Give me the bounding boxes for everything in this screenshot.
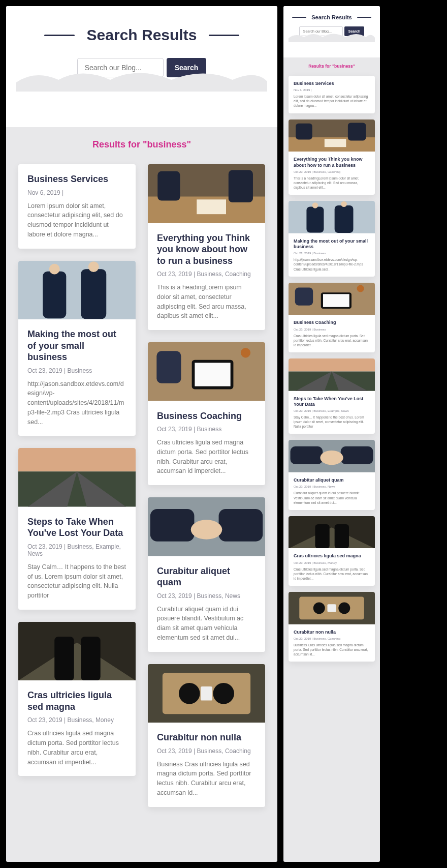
post-title[interactable]: Curabitur aliquet quam <box>157 565 256 588</box>
post-title[interactable]: Cras ultricies ligula sed magna <box>27 690 126 712</box>
post-excerpt: Curabitur aliquet quam id dui posuere bl… <box>157 605 256 643</box>
post-thumbnail[interactable] <box>289 201 375 233</box>
svg-rect-0 <box>18 261 136 320</box>
result-card[interactable]: Everything you Think you know about how … <box>289 119 375 195</box>
result-card[interactable]: Cras ultricies ligula sed magnaOct 23, 2… <box>289 516 375 586</box>
post-thumbnail[interactable] <box>289 358 375 391</box>
results-column: Everything you Think you know about how … <box>148 164 265 807</box>
post-title[interactable]: Everything you Think you know about how … <box>157 232 256 267</box>
post-categories[interactable]: Business, Money <box>68 716 114 724</box>
result-card[interactable]: Curabitur non nullaOct 23, 2019 | Busine… <box>289 592 375 662</box>
result-card[interactable]: Business ServicesNov 6, 2019 | Lorem ips… <box>289 76 375 113</box>
result-card[interactable]: Business CoachingOct 23, 2019 | Business… <box>289 283 375 352</box>
post-title[interactable]: Business Coaching <box>157 410 256 422</box>
post-thumbnail[interactable] <box>18 622 136 681</box>
svg-rect-1 <box>43 271 66 318</box>
post-title[interactable]: Curabitur non nulla <box>294 630 370 635</box>
svg-point-4 <box>88 261 99 272</box>
post-categories[interactable]: Business <box>313 252 326 255</box>
post-meta: Oct 23, 2019 | Business, Coaching <box>294 170 370 173</box>
result-card[interactable]: Cras ultricies ligula sed magnaOct 23, 2… <box>18 622 136 776</box>
post-excerpt: Stay Calm… It happens to the best of us.… <box>294 415 370 429</box>
result-card[interactable]: Business CoachingOct 23, 2019 | Business… <box>148 342 265 485</box>
svg-point-62 <box>338 602 350 614</box>
post-categories[interactable]: Business, Coaching <box>197 747 251 755</box>
post-thumbnail[interactable] <box>289 516 375 549</box>
post-title[interactable]: Making the most out of your small busine… <box>294 238 370 250</box>
post-thumbnail[interactable] <box>289 283 375 315</box>
post-categories[interactable]: Business, Coaching <box>313 170 340 173</box>
result-card[interactable]: Making the most out of your small busine… <box>18 261 136 436</box>
post-title[interactable]: Steps to Take When You've Lost Your Data <box>27 516 126 539</box>
svg-rect-20 <box>195 363 230 386</box>
svg-rect-25 <box>219 509 263 542</box>
post-excerpt: http://jason.sandbox.etdevs.com/design/w… <box>27 379 126 427</box>
svg-rect-53 <box>341 446 373 464</box>
post-date: Oct 23, 2019 <box>157 426 192 433</box>
post-meta: Oct 23, 2019 | Business, News <box>294 485 370 488</box>
result-card[interactable]: Curabitur aliquet quamOct 23, 2019 | Bus… <box>148 497 265 652</box>
post-meta: Oct 23, 2019 | Business <box>294 252 370 255</box>
svg-rect-58 <box>335 524 349 549</box>
post-categories[interactable]: Business <box>313 328 326 331</box>
post-categories[interactable]: Business, Coaching <box>313 637 340 640</box>
post-categories[interactable]: Business, Money <box>313 561 337 564</box>
post-thumbnail[interactable] <box>148 164 265 223</box>
card-body: Everything you Think you know about how … <box>289 152 375 195</box>
result-card[interactable]: Curabitur non nullaOct 23, 2019 | Busine… <box>148 664 265 807</box>
card-body: Everything you Think you know about how … <box>148 223 265 331</box>
post-thumbnail[interactable] <box>148 342 265 401</box>
header: Search Results Search <box>283 6 380 57</box>
post-title[interactable]: Everything you Think you know about how … <box>294 157 370 168</box>
results-area: Results for "business" Business Services… <box>6 127 277 827</box>
post-title[interactable]: Business Coaching <box>294 320 370 325</box>
post-title[interactable]: Business Services <box>294 81 370 86</box>
svg-rect-11 <box>54 637 74 681</box>
post-thumbnail[interactable] <box>289 592 375 624</box>
post-title[interactable]: Business Services <box>27 173 126 185</box>
post-date: Oct 23, 2019 <box>294 561 311 564</box>
post-date: Oct 23, 2019 <box>157 271 192 278</box>
svg-point-29 <box>179 682 200 704</box>
card-body: Steps to Take When You've Lost Your Data… <box>289 391 375 434</box>
post-categories[interactable]: Business, Coaching <box>197 271 251 278</box>
svg-rect-39 <box>335 205 354 233</box>
result-card[interactable]: Everything you Think you know about how … <box>148 164 265 330</box>
result-card[interactable]: Curabitur aliquet quamOct 23, 2019 | Bus… <box>289 440 375 510</box>
post-thumbnail[interactable] <box>289 119 375 152</box>
post-thumbnail[interactable] <box>18 448 136 507</box>
svg-rect-24 <box>150 509 195 542</box>
result-card[interactable]: Steps to Take When You've Lost Your Data… <box>18 448 136 610</box>
svg-rect-12 <box>81 637 101 681</box>
svg-point-26 <box>191 520 222 540</box>
post-categories[interactable]: Business <box>197 426 222 433</box>
svg-point-41 <box>341 201 346 207</box>
post-thumbnail[interactable] <box>148 664 265 723</box>
result-card[interactable]: Steps to Take When You've Lost Your Data… <box>289 358 375 434</box>
post-title[interactable]: Curabitur aliquet quam <box>294 477 370 483</box>
results-grid: Business ServicesNov 6, 2019 | Lorem ips… <box>289 76 375 662</box>
svg-rect-16 <box>157 171 180 201</box>
results-heading: Results for "business" <box>289 64 375 69</box>
post-thumbnail[interactable] <box>148 497 265 556</box>
post-title[interactable]: Cras ultricies ligula sed magna <box>294 553 370 559</box>
post-excerpt: Cras ultricies ligula sed magna dictum p… <box>157 438 256 476</box>
post-categories[interactable]: Business <box>68 367 92 374</box>
post-thumbnail[interactable] <box>289 440 375 472</box>
post-meta: Oct 23, 2019 | Business <box>27 367 126 374</box>
post-thumbnail[interactable] <box>18 261 136 320</box>
post-categories[interactable]: Business, Example, News <box>313 409 348 412</box>
post-categories[interactable]: Business, News <box>197 592 240 600</box>
svg-rect-44 <box>323 294 349 307</box>
post-title[interactable]: Curabitur non nulla <box>157 732 256 743</box>
post-meta: Oct 23, 2019 | Business <box>294 328 370 331</box>
post-meta: Oct 23, 2019 | Business, News <box>157 592 256 600</box>
post-title[interactable]: Making the most out of your small busine… <box>27 328 126 363</box>
card-body: Business CoachingOct 23, 2019 | Business… <box>289 315 375 352</box>
result-card[interactable]: Business ServicesNov 6, 2019 | Lorem ips… <box>18 164 136 249</box>
post-categories[interactable]: Business, News <box>313 485 335 488</box>
result-card[interactable]: Making the most out of your small busine… <box>289 201 375 277</box>
post-date: Oct 23, 2019 <box>27 367 62 374</box>
post-title[interactable]: Steps to Take When You've Lost Your Data <box>294 396 370 408</box>
svg-rect-17 <box>229 170 253 203</box>
